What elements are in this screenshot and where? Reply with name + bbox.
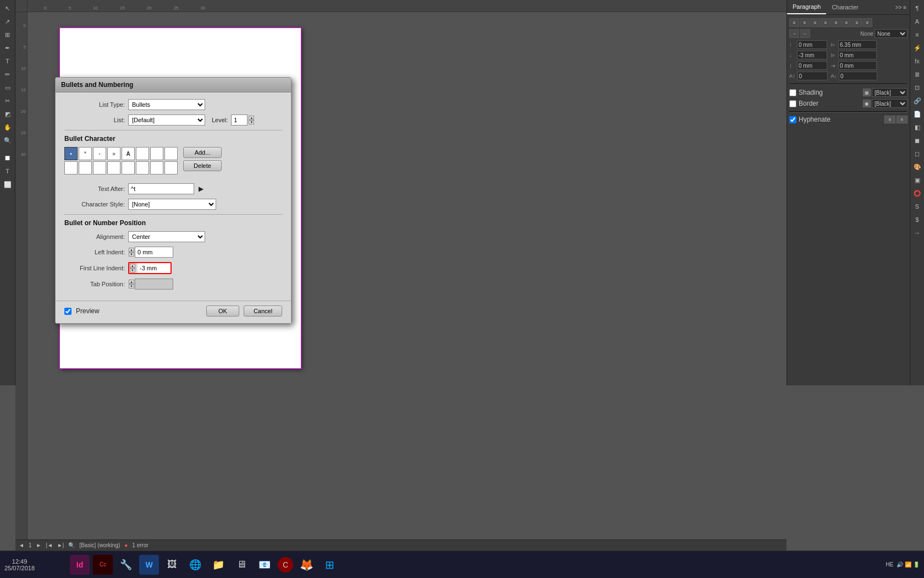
align-justify-all[interactable]: ≡ — [862, 18, 872, 27]
taskbar-windows[interactable]: ⊞ — [320, 555, 339, 575]
bullet-char-15[interactable] — [164, 161, 178, 175]
space-after-input[interactable] — [797, 51, 827, 59]
taskbar-tool1[interactable]: 🔧 — [116, 555, 136, 575]
taskbar-clipart[interactable]: 🖼 — [162, 555, 182, 575]
tool-rectangle[interactable]: ▭ — [2, 81, 14, 94]
first-line-spin-up[interactable]: ▲ — [130, 264, 135, 268]
align-justify[interactable]: ≡ — [821, 18, 831, 27]
bullet-char-9[interactable] — [79, 161, 92, 175]
tab-pos-spin-down[interactable]: ▼ — [129, 284, 134, 288]
hyphenate-icon-2[interactable]: ≡ — [897, 116, 908, 123]
alignment-select[interactable]: Center Left Right — [128, 231, 205, 242]
character-tab[interactable]: Character — [826, 1, 864, 14]
ok-button[interactable]: OK — [206, 306, 239, 317]
right-icon-grads[interactable]: ▣ — [911, 174, 923, 186]
view-mode[interactable]: ⬜ — [2, 178, 14, 190]
tool-scissors[interactable]: ✂ — [2, 95, 14, 107]
taskbar-browser[interactable]: 🌐 — [185, 555, 205, 575]
right-icon-1[interactable]: ¶ — [911, 2, 923, 14]
first-line-spin-down[interactable]: ▼ — [130, 268, 135, 272]
tab-pos-spin-up[interactable]: ▲ — [129, 280, 134, 284]
bullet-char-8[interactable] — [64, 161, 78, 175]
bullet-char-1[interactable]: * — [79, 147, 92, 160]
space-before-val[interactable] — [798, 72, 828, 80]
prev-page-btn[interactable]: ◄ — [19, 542, 24, 548]
bullet-char-3[interactable]: » — [107, 147, 120, 160]
right-icon-align[interactable]: ⊡ — [911, 81, 923, 94]
taskbar-red[interactable]: C — [278, 557, 293, 572]
tool-type[interactable]: T — [2, 55, 14, 67]
shading-swatch-icon[interactable]: ▦ — [863, 89, 871, 96]
border-swatch-icon[interactable]: ▣ — [863, 100, 871, 107]
shading-checkbox[interactable] — [789, 89, 796, 96]
right-icon-obj-styles[interactable]: S — [911, 200, 923, 212]
fill-stroke[interactable]: ■ — [2, 152, 14, 164]
dir-rtl[interactable]: ← — [800, 29, 810, 38]
right-icon-strokes[interactable]: ◻ — [911, 148, 923, 160]
align-right[interactable]: ≡ — [810, 18, 820, 27]
panel-more[interactable]: >> ≡ — [892, 1, 910, 14]
preflight-icon[interactable]: 🔍 — [68, 542, 75, 548]
right-icon-pages[interactable]: 📄 — [911, 108, 923, 120]
indent-right-input[interactable] — [838, 40, 877, 49]
dir-ltr[interactable]: → — [789, 29, 799, 38]
tool-pen[interactable]: ✒ — [2, 42, 14, 54]
border-color-select[interactable]: [Black] — [872, 99, 908, 108]
right-icon-dollar[interactable]: $ — [911, 214, 923, 226]
align-justify-last-center[interactable]: ≡ — [842, 18, 851, 27]
tool-hand[interactable]: ✋ — [2, 121, 14, 133]
align-left[interactable]: ≡ — [789, 18, 799, 27]
nav-btn-1[interactable]: |◄ — [46, 542, 53, 548]
space-before-input[interactable] — [797, 40, 827, 49]
tool-gradient[interactable]: ◩ — [2, 108, 14, 120]
bullet-char-13[interactable] — [136, 161, 149, 175]
char-style-select[interactable]: [None] — [128, 199, 216, 210]
paragraph-space-input[interactable] — [797, 61, 827, 70]
right-icon-swatches[interactable]: ◼ — [911, 134, 923, 146]
taskbar-email[interactable]: 📧 — [255, 555, 274, 575]
bullet-char-14[interactable] — [150, 161, 163, 175]
level-spin-up[interactable]: ▲ — [249, 116, 254, 120]
taskbar-firefox[interactable]: 🦊 — [296, 555, 316, 575]
first-line-indent-panel[interactable] — [838, 61, 877, 70]
taskbar-monitor[interactable]: 🖥 — [232, 555, 251, 575]
hyphenate-checkbox[interactable] — [789, 116, 796, 123]
paragraph-tab[interactable]: Paragraph — [787, 0, 826, 14]
tool-select[interactable]: ↖ — [2, 2, 14, 14]
next-page-btn[interactable]: ► — [36, 542, 41, 548]
right-icon-5[interactable]: fx — [911, 55, 923, 67]
bullet-char-2[interactable]: ◦ — [93, 147, 106, 160]
space-after-val[interactable] — [839, 72, 877, 80]
right-icon-6[interactable]: ≣ — [911, 68, 923, 80]
tool-gap[interactable]: ⊞ — [2, 29, 14, 41]
cancel-button[interactable]: Cancel — [244, 306, 282, 317]
indent-left-input[interactable] — [838, 51, 877, 59]
shading-color-select[interactable]: [Black] — [872, 88, 908, 97]
taskbar-adobe-cc[interactable]: Cc — [93, 555, 113, 575]
right-icon-2[interactable]: A — [911, 15, 923, 28]
none-select[interactable]: None — [875, 29, 908, 38]
bullet-char-11[interactable] — [107, 161, 120, 175]
tab-position-input[interactable] — [135, 279, 173, 290]
border-checkbox[interactable] — [789, 100, 796, 107]
right-icon-arrow[interactable]: → — [911, 227, 923, 239]
left-indent-input[interactable] — [135, 247, 173, 258]
align-center[interactable]: ≡ — [800, 18, 810, 27]
bullet-char-7[interactable] — [164, 147, 178, 160]
taskbar-word[interactable]: W — [139, 555, 159, 575]
tool-pencil[interactable]: ✏ — [2, 68, 14, 80]
tool-direct-select[interactable]: ↗ — [2, 15, 14, 28]
nav-btn-2[interactable]: ►| — [57, 542, 64, 548]
format-mode[interactable]: T — [2, 165, 14, 177]
list-type-select[interactable]: Bullets Numbers — [128, 99, 205, 110]
list-select[interactable]: [Default] — [128, 114, 205, 126]
left-indent-spin-up[interactable]: ▲ — [129, 248, 134, 252]
preview-checkbox[interactable] — [64, 308, 72, 315]
text-after-input[interactable] — [128, 183, 194, 194]
bullet-char-0[interactable]: • — [64, 147, 78, 160]
right-icon-layers[interactable]: ◧ — [911, 121, 923, 133]
bullet-char-5[interactable] — [136, 147, 149, 160]
hyphenate-icon-1[interactable]: ≡ — [884, 116, 895, 123]
delete-button[interactable]: Delete — [183, 160, 222, 171]
bullet-char-12[interactable] — [122, 161, 135, 175]
